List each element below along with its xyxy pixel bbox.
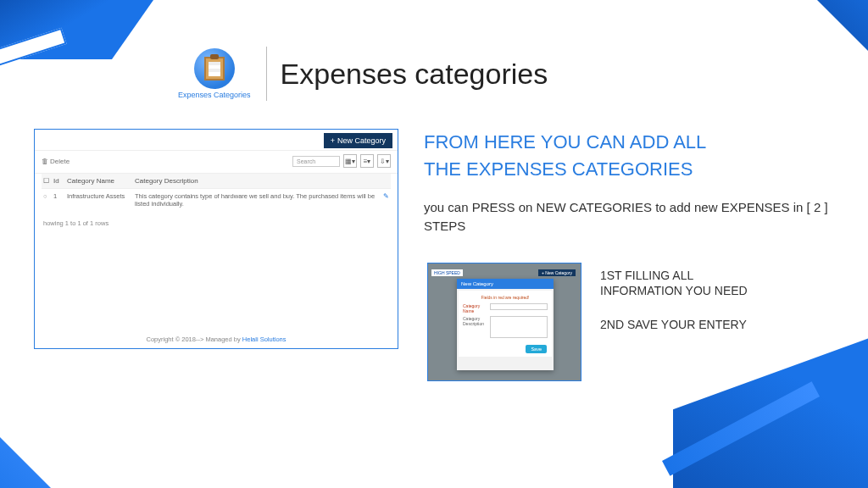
- decor-bottom-left: [0, 412, 76, 488]
- export-icon[interactable]: ⇩▾: [377, 154, 391, 168]
- edit-icon[interactable]: ✎: [377, 192, 389, 208]
- footer-link[interactable]: Helali Solutions: [242, 336, 287, 343]
- header: Expenses Categories Expenses categories: [178, 47, 548, 101]
- row-id: 1: [53, 192, 67, 208]
- delete-button[interactable]: 🗑 Delete: [42, 158, 70, 165]
- col-name: Category Name: [67, 177, 135, 185]
- row-checkbox[interactable]: ○: [43, 192, 53, 208]
- icon-caption: Expenses Categories: [178, 91, 251, 99]
- new-category-button[interactable]: + New Category: [324, 133, 392, 148]
- headline: FROM HERE YOU CAN ADD ALL THE EXPENSES C…: [424, 129, 831, 183]
- col-desc: Category Description: [135, 177, 389, 185]
- step-2: 2ND SAVE YOUR ENTERY: [600, 317, 770, 332]
- new-category-modal-screenshot: HIGH SPEED + New Category New Category F…: [427, 263, 581, 381]
- headline-line2: THE EXPENSES CATEGORIES: [424, 158, 693, 180]
- mini-new-category-button[interactable]: + New Category: [538, 269, 576, 276]
- category-name-input[interactable]: [490, 303, 548, 310]
- mini-logo: HIGH SPEED: [431, 269, 463, 276]
- save-button[interactable]: Save: [526, 345, 547, 353]
- headline-line1: FROM HERE YOU CAN ADD ALL: [424, 131, 706, 152]
- clipboard-icon: [194, 48, 235, 89]
- new-category-label: New Category: [337, 136, 386, 145]
- grid-view-icon[interactable]: ▦▾: [343, 154, 357, 168]
- subline: you can PRESS on NEW CATEGORIES to add n…: [424, 198, 831, 236]
- modal-title: New Category: [457, 279, 554, 289]
- field-label-desc: Category Description: [463, 316, 487, 338]
- table-header: ☐ Id Category Name Category Description: [42, 174, 391, 188]
- footer-prefix: Copyright © 2018--> Managed by: [146, 336, 242, 343]
- categories-list-screenshot: + New Category 🗑 Delete Search ▦▾ ≡▾ ⇩▾ …: [34, 129, 398, 349]
- search-input[interactable]: Search: [292, 156, 340, 167]
- row-name: Infrastructure Assets: [67, 192, 135, 208]
- modal-required-note: Fields in red are required!: [463, 295, 548, 300]
- table-row[interactable]: ○ 1 Infrastructure Assets This category …: [42, 188, 391, 211]
- list-view-icon[interactable]: ≡▾: [360, 154, 374, 168]
- copyright-footer: Copyright © 2018--> Managed by Helali So…: [35, 336, 398, 343]
- showing-text: howing 1 to 1 of 1 rows: [42, 211, 391, 227]
- expenses-categories-icon-block: Expenses Categories: [178, 48, 251, 99]
- col-id: Id: [53, 177, 67, 185]
- page-title: Expenses categories: [281, 58, 548, 91]
- delete-label: Delete: [50, 158, 70, 165]
- divider: [266, 47, 267, 101]
- decor-top-right: [792, 0, 868, 76]
- trash-icon: 🗑: [42, 158, 48, 165]
- description-column: FROM HERE YOU CAN ADD ALL THE EXPENSES C…: [424, 129, 831, 235]
- category-desc-input[interactable]: [490, 316, 548, 338]
- modal: New Category Fields in red are required!…: [457, 279, 554, 370]
- plus-icon: +: [331, 136, 335, 145]
- steps-column: 1ST FILLING ALL INFORMATION YOU NEED 2ND…: [600, 263, 770, 381]
- field-label-name: Category Name: [463, 303, 487, 313]
- step-1: 1ST FILLING ALL INFORMATION YOU NEED: [600, 268, 770, 298]
- row-desc: This category contains type of hardware …: [135, 192, 377, 208]
- checkbox-header[interactable]: ☐: [43, 177, 53, 185]
- lower-row: HIGH SPEED + New Category New Category F…: [427, 263, 770, 381]
